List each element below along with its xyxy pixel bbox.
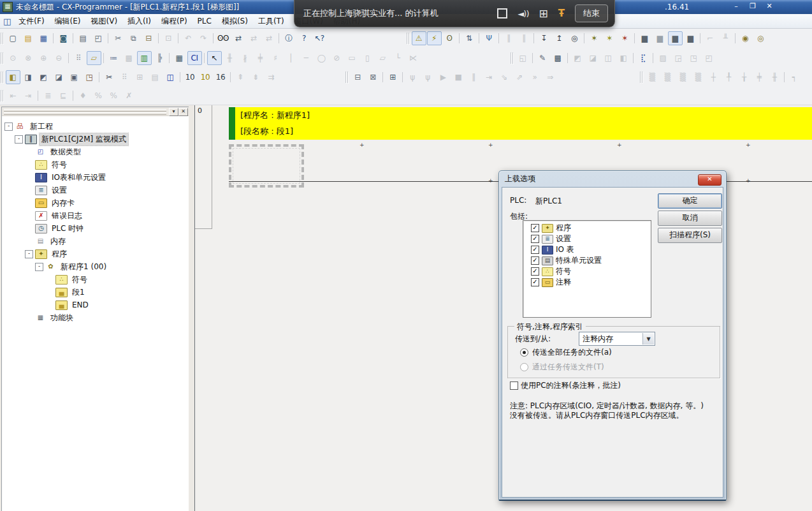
select-mode-button[interactable]: ↖ bbox=[207, 51, 222, 65]
include-checkbox[interactable]: ✓ bbox=[531, 267, 539, 276]
find-warning-button[interactable]: ʘ bbox=[442, 31, 457, 45]
expander-icon[interactable]: - bbox=[15, 135, 23, 144]
tree-item-data-types[interactable]: ◰ 数据类型 bbox=[2, 145, 189, 158]
open-file-button[interactable]: ▤ bbox=[21, 31, 36, 45]
menu-edit[interactable]: 编辑(E) bbox=[50, 14, 86, 29]
cancel-button[interactable]: 取消 bbox=[658, 211, 722, 226]
program-name-row[interactable]: [程序名 : 新程序1] bbox=[240, 107, 812, 123]
pc-comment-checkbox[interactable]: 使用PC的注释(条注释，批注) bbox=[510, 380, 621, 391]
ok-button[interactable]: 确定 bbox=[658, 193, 722, 209]
cross-reference-popup-button[interactable]: ▆ bbox=[668, 31, 683, 45]
search-report-button[interactable]: ◙ bbox=[56, 31, 71, 45]
include-item-program[interactable]: ✓ ✦ 程序 bbox=[523, 223, 651, 233]
menu-insert[interactable]: 插入(I) bbox=[122, 14, 156, 29]
replace-button[interactable]: ⇄ bbox=[231, 31, 246, 45]
minimize-button[interactable]: – bbox=[728, 1, 744, 12]
chevron-down-icon[interactable]: ▼ bbox=[642, 333, 654, 344]
online-edit-begin-button[interactable]: ⊠ bbox=[366, 70, 381, 84]
pause-monitor-update-button[interactable]: ✶ bbox=[602, 31, 617, 45]
monitor-in-rung-button[interactable]: ▥ bbox=[137, 51, 152, 65]
find-button[interactable]: ʘʘ bbox=[216, 31, 231, 45]
restore-button[interactable]: ❐ bbox=[744, 1, 761, 12]
tree-item-new-project[interactable]: - 品 新工程 bbox=[2, 120, 189, 133]
tree-item-io-table-unit-setup[interactable]: I IO表和单元设置 bbox=[2, 171, 189, 184]
include-checkbox[interactable]: ✓ bbox=[531, 224, 539, 232]
ci-view-button[interactable]: CI bbox=[187, 51, 202, 65]
tree-item-new-program1[interactable]: - ✿ 新程序1 (00) bbox=[2, 260, 189, 273]
tree-item-function-blocks[interactable]: ▦ 功能块 bbox=[2, 311, 189, 324]
fullscreen-icon[interactable] bbox=[497, 8, 507, 19]
include-checkbox[interactable]: ✓ bbox=[531, 246, 539, 254]
cut-button[interactable]: ✂ bbox=[111, 31, 126, 45]
menu-file[interactable]: 文件(F) bbox=[13, 14, 49, 29]
binary-display-button[interactable]: ◫ bbox=[163, 70, 178, 84]
tree-item-settings[interactable]: ≣ 设置 bbox=[2, 184, 189, 196]
toggle-grid-button[interactable]: ⠿ bbox=[71, 51, 86, 65]
comment-rows[interactable]: [程序名 : 新程序1] [段名称 : 段1] bbox=[235, 107, 812, 140]
run-monitor-button[interactable]: ✶ bbox=[587, 31, 602, 45]
panel-close-button[interactable]: ✕ bbox=[178, 108, 188, 116]
transfer-options-button[interactable]: ⇅ bbox=[462, 31, 477, 45]
include-item-symbols[interactable]: ✓ ∴ 符号 bbox=[523, 266, 651, 277]
radio-all-tasks[interactable]: 传送全部任务的文件(a) bbox=[520, 347, 612, 358]
add-window-icon[interactable]: ⊞ bbox=[539, 8, 548, 19]
speaker-icon[interactable]: ◄)) bbox=[518, 9, 528, 19]
cancel-monitor-button[interactable]: ✶ bbox=[618, 31, 632, 45]
menu-view[interactable]: 视图(V) bbox=[86, 14, 123, 29]
online-edit-compile-button[interactable]: ⚡ bbox=[427, 31, 442, 45]
copy-button[interactable]: ⧉ bbox=[126, 31, 141, 45]
compare-with-plc-button[interactable]: ◎ bbox=[567, 31, 582, 45]
tree-item-memory[interactable]: ▤ 内存 bbox=[2, 235, 189, 248]
tree-item-programs[interactable]: - ✦ 程序 bbox=[2, 248, 189, 260]
end-session-button[interactable]: 结束 bbox=[575, 4, 608, 22]
transfer-from-plc-button[interactable]: ↥ bbox=[552, 31, 567, 45]
tree-item-end[interactable]: ▄ END bbox=[2, 299, 189, 311]
toggle-address-window-button[interactable]: ▣ bbox=[67, 70, 82, 84]
include-checkbox[interactable]: ✓ bbox=[531, 278, 539, 286]
radio-by-task[interactable]: 通过任务传送文件(T) bbox=[520, 362, 604, 373]
include-checkbox[interactable]: ✓ bbox=[531, 256, 539, 265]
expander-icon[interactable]: - bbox=[4, 122, 13, 131]
toggle-xref-window-button[interactable]: ◪ bbox=[52, 70, 66, 84]
context-help-button[interactable]: ↖? bbox=[312, 31, 327, 45]
toggle-watch-window-button[interactable]: ◩ bbox=[36, 70, 51, 84]
watch-window-button[interactable]: ▆ bbox=[637, 31, 652, 45]
data-trace-button[interactable]: ▩ bbox=[551, 51, 565, 65]
cut-rung-button[interactable]: ✂ bbox=[102, 70, 117, 84]
expander-icon[interactable]: - bbox=[25, 250, 33, 258]
menu-simulation[interactable]: 模拟(S) bbox=[217, 14, 253, 29]
show-rung-comments-button[interactable]: ≔ bbox=[106, 51, 121, 65]
tree-item-program-symbols[interactable]: ∴ 符号 bbox=[2, 273, 189, 286]
include-item-comments[interactable]: ✓ ▭ 注释 bbox=[523, 277, 651, 288]
menu-plc[interactable]: PLC bbox=[192, 15, 217, 27]
new-file-button[interactable]: ▢ bbox=[6, 31, 20, 45]
tree-item-memory-card[interactable]: ▭ 内存卡 bbox=[2, 196, 189, 209]
tree-item-section1[interactable]: ▄ 段1 bbox=[2, 286, 189, 299]
expander-icon[interactable]: - bbox=[35, 263, 43, 271]
differential-trace-button[interactable]: ✎ bbox=[535, 51, 550, 65]
panel-menu-button[interactable]: ▾ bbox=[169, 108, 178, 116]
include-item-io-table[interactable]: ✓ I IO 表 bbox=[523, 244, 651, 255]
about-button[interactable]: ⓘ bbox=[282, 31, 296, 45]
monitor-signed-decimal-button[interactable]: 10 bbox=[198, 70, 213, 84]
toggle-project-window-button[interactable]: ◧ bbox=[6, 70, 20, 84]
watch-window-2-button[interactable]: ▆ bbox=[653, 31, 667, 45]
section-name-row[interactable]: [段名称 : 段1] bbox=[240, 123, 812, 139]
paste-button[interactable]: ⊟ bbox=[141, 31, 156, 45]
toolbox-icon[interactable]: Ŧ bbox=[558, 9, 565, 19]
set-protection-button[interactable]: ◉ bbox=[738, 31, 753, 45]
online-edit-send-button[interactable]: ⊟ bbox=[351, 70, 365, 84]
address-reference-tool-button[interactable]: ▆ bbox=[683, 31, 698, 45]
monitor-decimal-button[interactable]: 10 bbox=[183, 70, 198, 84]
mnemonics-view-button[interactable]: ▦ bbox=[172, 51, 187, 65]
work-online-simulator-button[interactable]: Ψ bbox=[482, 31, 497, 45]
panel-header[interactable]: ▾ ✕ bbox=[2, 107, 189, 116]
tree-item-error-log[interactable]: ✗ 错误日志 bbox=[2, 209, 189, 222]
scan-program-button[interactable]: 扫描程序(S) bbox=[658, 228, 722, 243]
close-button[interactable]: ✕ bbox=[761, 1, 778, 12]
help-button[interactable]: ? bbox=[297, 31, 312, 45]
symbol-tree-button[interactable]: ⣏ bbox=[636, 51, 651, 65]
print-button[interactable]: ▤ bbox=[76, 31, 91, 45]
online-edit-cancel-button[interactable]: ⊞ bbox=[386, 70, 400, 84]
menu-tools[interactable]: 工具(T) bbox=[253, 14, 289, 29]
